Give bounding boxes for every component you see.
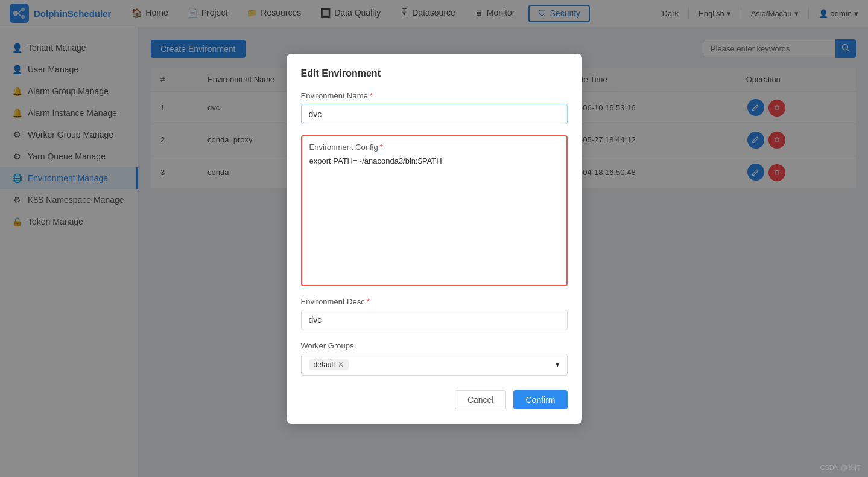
select-chevron-icon: ▾ [556, 360, 560, 369]
env-desc-label: Environment Desc * [301, 297, 568, 306]
worker-groups-label: Worker Groups [301, 341, 568, 350]
env-desc-input[interactable] [301, 310, 568, 330]
remove-default-tag[interactable]: ✕ [338, 360, 344, 369]
env-name-input[interactable] [301, 104, 568, 124]
env-config-textarea[interactable]: export PATH=~/anaconda3/bin:$PATH [309, 156, 559, 277]
env-name-field: Environment Name * [301, 91, 568, 124]
worker-groups-field: Worker Groups default ✕ ▾ [301, 341, 568, 376]
env-config-field: Environment Config * export PATH=~/anaco… [301, 135, 568, 286]
env-name-required: * [370, 91, 373, 100]
modal-title: Edit Environment [301, 68, 568, 79]
worker-tag-default: default ✕ [309, 359, 349, 370]
env-config-required: * [380, 142, 383, 152]
worker-groups-select[interactable]: default ✕ ▾ [301, 354, 568, 376]
edit-environment-modal: Edit Environment Environment Name * Envi… [287, 54, 582, 424]
worker-tags: default ✕ [309, 359, 349, 370]
env-config-box: Environment Config * export PATH=~/anaco… [301, 135, 568, 286]
modal-overlay[interactable]: Edit Environment Environment Name * Envi… [0, 0, 868, 477]
env-name-label: Environment Name * [301, 91, 568, 100]
modal-footer: Cancel Confirm [301, 390, 568, 409]
watermark: CSDN @长行 [820, 463, 861, 472]
env-config-label: Environment Config * [309, 142, 559, 152]
confirm-button[interactable]: Confirm [513, 390, 567, 409]
cancel-button[interactable]: Cancel [455, 390, 507, 409]
env-desc-required: * [367, 297, 370, 306]
env-desc-field: Environment Desc * [301, 297, 568, 330]
